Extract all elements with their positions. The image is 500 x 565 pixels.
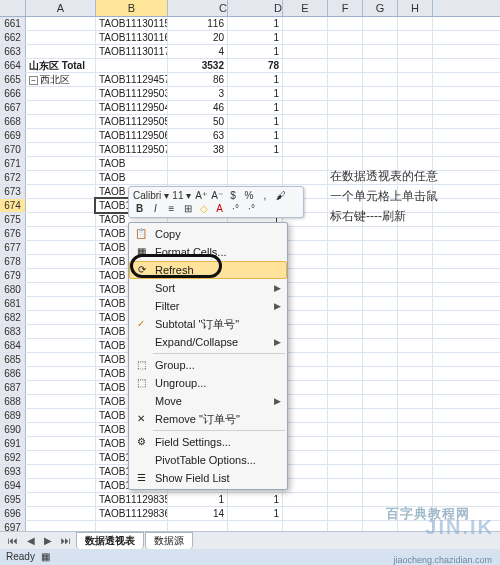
cell[interactable]	[283, 311, 328, 324]
cell[interactable]	[26, 465, 96, 478]
col-header-E[interactable]: E	[283, 0, 328, 16]
row-number[interactable]: 668	[0, 115, 26, 128]
row-number[interactable]: 679	[0, 269, 26, 282]
cell[interactable]	[283, 227, 328, 240]
cell[interactable]	[283, 283, 328, 296]
cell[interactable]	[363, 87, 398, 100]
menu-item[interactable]: ✓Subtotal "订单号"	[129, 315, 287, 333]
cell[interactable]: 4	[168, 45, 228, 58]
cell[interactable]	[398, 255, 433, 268]
cell[interactable]	[26, 185, 96, 198]
cell[interactable]	[363, 129, 398, 142]
currency-icon[interactable]: $	[226, 189, 239, 202]
menu-item[interactable]: Sort▶	[129, 279, 287, 297]
cell[interactable]	[26, 479, 96, 492]
cell[interactable]	[283, 157, 328, 170]
cell[interactable]	[283, 115, 328, 128]
cell[interactable]	[363, 143, 398, 156]
cell[interactable]	[168, 171, 228, 184]
row-number[interactable]: 675	[0, 213, 26, 226]
cell[interactable]	[283, 381, 328, 394]
cell[interactable]	[26, 297, 96, 310]
cell[interactable]: 14	[168, 507, 228, 520]
cell[interactable]	[398, 367, 433, 380]
cell[interactable]	[26, 367, 96, 380]
cell[interactable]	[283, 339, 328, 352]
col-header-C[interactable]: C	[168, 0, 228, 16]
italic-icon[interactable]: I	[149, 202, 162, 215]
cell[interactable]	[363, 325, 398, 338]
cell[interactable]: 1	[168, 493, 228, 506]
row-number[interactable]: 689	[0, 409, 26, 422]
cell[interactable]	[363, 241, 398, 254]
cell[interactable]	[283, 353, 328, 366]
cell[interactable]	[283, 479, 328, 492]
cell[interactable]	[283, 45, 328, 58]
cell[interactable]	[363, 101, 398, 114]
cell[interactable]	[328, 255, 363, 268]
cell[interactable]	[328, 381, 363, 394]
cell[interactable]	[26, 493, 96, 506]
cell[interactable]	[26, 241, 96, 254]
cell[interactable]	[26, 311, 96, 324]
sheet-tab-pivot[interactable]: 数据透视表	[76, 532, 144, 549]
cell[interactable]	[363, 395, 398, 408]
cell[interactable]	[283, 465, 328, 478]
cell[interactable]	[283, 171, 328, 184]
cell[interactable]	[398, 437, 433, 450]
cell[interactable]: 78	[228, 59, 283, 72]
cell[interactable]	[26, 409, 96, 422]
cell[interactable]	[283, 325, 328, 338]
row-number[interactable]: 676	[0, 227, 26, 240]
cell[interactable]	[26, 129, 96, 142]
tab-nav-first[interactable]: ⏮	[4, 535, 22, 546]
cell[interactable]: TAOB11130115	[96, 17, 168, 30]
row-number[interactable]: 682	[0, 311, 26, 324]
cell[interactable]	[26, 87, 96, 100]
cell[interactable]	[363, 409, 398, 422]
cell[interactable]	[26, 227, 96, 240]
comma-icon[interactable]: ,	[258, 189, 271, 202]
cell[interactable]	[328, 59, 363, 72]
row-number[interactable]: 691	[0, 437, 26, 450]
cell[interactable]	[283, 493, 328, 506]
cell[interactable]	[363, 255, 398, 268]
cell[interactable]	[398, 87, 433, 100]
row-number[interactable]: 683	[0, 325, 26, 338]
cell[interactable]: 116	[168, 17, 228, 30]
cell[interactable]: TAOB11129835	[96, 493, 168, 506]
row-number[interactable]: 664	[0, 59, 26, 72]
cell[interactable]	[26, 353, 96, 366]
cell[interactable]	[328, 437, 363, 450]
row-number[interactable]: 687	[0, 381, 26, 394]
cell[interactable]: 1	[228, 17, 283, 30]
cell[interactable]	[398, 45, 433, 58]
cell[interactable]	[398, 353, 433, 366]
cell[interactable]	[328, 115, 363, 128]
cell[interactable]	[283, 507, 328, 520]
sheet-tab-source[interactable]: 数据源	[145, 532, 193, 549]
cell[interactable]	[283, 423, 328, 436]
cell[interactable]	[363, 437, 398, 450]
cell[interactable]: TAOB11129836	[96, 507, 168, 520]
cell[interactable]	[328, 423, 363, 436]
cell[interactable]	[26, 283, 96, 296]
row-number[interactable]: 663	[0, 45, 26, 58]
cell[interactable]	[328, 73, 363, 86]
cell[interactable]	[398, 283, 433, 296]
menu-item[interactable]: ▦Format Cells...	[129, 243, 287, 261]
cell[interactable]	[26, 339, 96, 352]
row-number[interactable]: 686	[0, 367, 26, 380]
shrink-font-icon[interactable]: A⁻	[210, 189, 223, 202]
tab-nav-next[interactable]: ▶	[40, 535, 56, 546]
cell[interactable]: TAOB11129505	[96, 115, 168, 128]
cell[interactable]	[26, 451, 96, 464]
cell[interactable]	[328, 465, 363, 478]
cell[interactable]	[363, 479, 398, 492]
row-number[interactable]: 696	[0, 507, 26, 520]
menu-item[interactable]: ✕Remove "订单号"	[129, 410, 287, 428]
cell[interactable]	[398, 311, 433, 324]
cell[interactable]	[283, 31, 328, 44]
cell[interactable]	[363, 339, 398, 352]
cell[interactable]	[26, 143, 96, 156]
